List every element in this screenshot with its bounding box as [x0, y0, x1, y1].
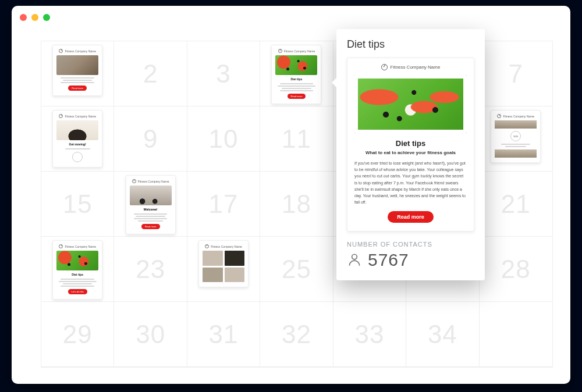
- calendar-cell[interactable]: [480, 302, 552, 367]
- email-card: Fitness Company Name Diet tips What to e…: [347, 58, 474, 231]
- day-number: 29: [63, 320, 93, 349]
- brand-mark-icon: [497, 114, 501, 118]
- image-grid: [203, 251, 244, 282]
- email-thumbnail[interactable]: Fitness Company Name Welcome! Read more: [126, 175, 176, 234]
- email-preview-popover: Diet tips Fitness Company Name Diet tips…: [336, 29, 485, 280]
- salad-image: [275, 55, 317, 75]
- brand-row: Fitness Company Name: [495, 114, 537, 118]
- calendar-cell[interactable]: 9: [114, 106, 187, 172]
- email-body: If you've ever tried to lose weight (and…: [354, 160, 467, 205]
- salad-image: [56, 251, 98, 270]
- calendar-cell[interactable]: 31: [187, 302, 260, 367]
- day-number: 9: [143, 124, 158, 154]
- calendar-cell[interactable]: 3: [187, 41, 260, 106]
- calendar-cell[interactable]: 11: [260, 106, 333, 172]
- traffic-lights: [20, 14, 50, 21]
- minimize-icon[interactable]: [31, 14, 38, 21]
- thumb-title: Diet tips: [72, 273, 83, 276]
- spin-image: [130, 186, 172, 205]
- hero-image: [495, 149, 537, 158]
- play-icon[interactable]: [72, 152, 83, 162]
- calendar-cell[interactable]: 28: [480, 237, 552, 302]
- day-number: 2: [143, 59, 158, 88]
- contacts-block: NUMBER OF CONTACTS 5767: [347, 241, 474, 270]
- email-thumbnail[interactable]: Fitness Company Name Get moving!: [52, 110, 102, 168]
- brand-row: Fitness Company Name: [275, 49, 317, 53]
- calendar-cell[interactable]: Fitness Company Name Diet tips Read more: [260, 41, 333, 106]
- brand-mark-icon: [59, 114, 63, 118]
- runner-image: [56, 120, 98, 140]
- day-number: 23: [136, 255, 165, 284]
- thumb-title: Diet tips: [291, 77, 303, 81]
- day-number: 21: [501, 190, 531, 219]
- discount-badge: 50%: [510, 131, 521, 141]
- calendar-cell[interactable]: Fitness Company Name Welcome! Read more: [114, 172, 187, 237]
- brand-mark-icon: [59, 244, 63, 248]
- calendar-cell[interactable]: 7: [480, 41, 552, 106]
- day-number: 11: [282, 124, 311, 154]
- brand-row: Fitness Company Name: [56, 114, 98, 118]
- brand-mark-icon: [59, 49, 63, 53]
- day-number: 15: [63, 190, 93, 219]
- calendar-cell[interactable]: Fitness Company Name Read more: [41, 41, 114, 106]
- brand-name: Fitness Company Name: [65, 49, 96, 53]
- email-thumbnail[interactable]: Fitness Company Name: [198, 240, 249, 287]
- day-number: 17: [209, 190, 239, 219]
- day-number: 31: [209, 320, 239, 349]
- calendar-cell[interactable]: 29: [41, 302, 114, 367]
- day-number: 3: [216, 59, 230, 88]
- calendar-cell[interactable]: 25: [260, 237, 333, 302]
- read-more-button[interactable]: Read more: [388, 211, 434, 223]
- calendar-cell[interactable]: 21: [480, 172, 552, 237]
- day-number: 18: [282, 190, 311, 219]
- thumb-title: Get moving!: [56, 142, 98, 146]
- close-icon[interactable]: [20, 14, 27, 21]
- calendar-cell[interactable]: 15: [41, 172, 114, 237]
- brand-mark-icon: [132, 179, 136, 183]
- brand-name: Fitness Company Name: [65, 245, 96, 248]
- calendar-cell[interactable]: 33: [333, 302, 406, 367]
- read-more-button[interactable]: Read more: [288, 94, 306, 99]
- brand-name: Fitness Company Name: [284, 49, 315, 53]
- email-heading: Diet tips: [396, 139, 425, 148]
- calendar-cell[interactable]: 23: [114, 237, 187, 302]
- calendar-cell[interactable]: Fitness Company Name Diet tips Let's do …: [41, 237, 114, 302]
- person-icon: [347, 252, 362, 268]
- read-more-button[interactable]: Let's do this: [68, 289, 87, 294]
- calendar-cell[interactable]: Fitness Company Name: [187, 237, 260, 302]
- email-thumbnail[interactable]: Fitness Company Name 50%: [491, 110, 541, 163]
- calendar-cell[interactable]: 18: [260, 172, 333, 237]
- day-number: 34: [428, 320, 457, 349]
- email-thumbnail[interactable]: Fitness Company Name Diet tips Let's do …: [52, 240, 102, 300]
- calendar-cell[interactable]: 17: [187, 172, 260, 237]
- cta-button[interactable]: Read more: [68, 85, 87, 91]
- contacts-label: NUMBER OF CONTACTS: [347, 241, 474, 248]
- calendar-cell[interactable]: Fitness Company Name 50%: [480, 106, 552, 172]
- calendar-cell[interactable]: Fitness Company Name Get moving!: [41, 106, 114, 172]
- calendar-window: Fitness Company Name Read more23Fitness …: [12, 6, 570, 384]
- day-number: 28: [501, 255, 531, 284]
- brand-name: Fitness Company Name: [211, 245, 242, 248]
- day-number: 7: [509, 59, 523, 88]
- brand-name: Fitness Company Name: [503, 115, 534, 118]
- brand-row: Fitness Company Name: [130, 179, 172, 183]
- cta-button[interactable]: Read more: [141, 224, 160, 229]
- calendar-cell[interactable]: 2: [114, 41, 187, 106]
- salad-image: [354, 75, 467, 133]
- calendar-cell[interactable]: 10: [187, 106, 260, 172]
- thumb-title: Welcome!: [130, 208, 172, 211]
- calendar-cell[interactable]: 30: [114, 302, 187, 367]
- calendar-cell[interactable]: 34: [406, 302, 479, 367]
- brand-row: Fitness Company Name: [203, 244, 244, 248]
- brand-row: Fitness Company Name: [56, 49, 98, 53]
- day-number: 33: [354, 320, 384, 349]
- email-thumbnail[interactable]: Fitness Company Name Read more: [52, 45, 102, 96]
- calendar-cell[interactable]: 32: [260, 302, 333, 367]
- maximize-icon[interactable]: [43, 14, 50, 21]
- day-number: 32: [282, 320, 311, 349]
- email-subheading: What to eat to achieve your fitness goal…: [365, 150, 456, 155]
- email-thumbnail[interactable]: Fitness Company Name Diet tips Read more: [271, 45, 321, 104]
- day-number: 10: [209, 124, 239, 154]
- brand-name: Fitness Company Name: [65, 115, 96, 118]
- hero-image: [495, 120, 537, 129]
